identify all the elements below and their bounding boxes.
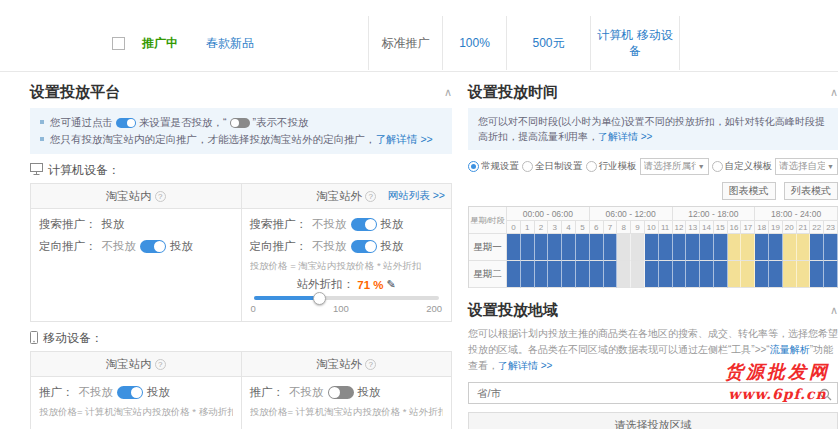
option-industry-template[interactable]: 行业模板 (586, 160, 637, 173)
radio-icon[interactable] (468, 161, 479, 172)
traffic-analysis-link[interactable]: 流量解析 (770, 344, 810, 355)
search-outside-toggle[interactable] (351, 218, 377, 231)
learn-more-link[interactable]: 了解详情 >> (598, 131, 652, 142)
time-cell[interactable] (548, 234, 562, 261)
time-cell[interactable] (769, 261, 783, 288)
time-cell[interactable] (507, 261, 521, 288)
outside-discount-value: 71 % (357, 279, 383, 291)
time-cell[interactable] (783, 261, 797, 288)
time-cell[interactable] (576, 261, 590, 288)
time-tip: 您可以对不同时段(以小时为单位)设置不同的投放折扣，如针对转化高峰时段提高折扣，… (468, 108, 838, 150)
collapse-icon[interactable]: ∧ (444, 87, 452, 98)
time-cell[interactable] (576, 234, 590, 261)
time-cell[interactable] (659, 234, 673, 261)
time-cell[interactable] (521, 261, 535, 288)
time-cell[interactable] (535, 234, 549, 261)
time-discount-link[interactable]: 100% (442, 16, 506, 70)
time-cell[interactable] (617, 261, 631, 288)
mobile-outside-toggle[interactable] (328, 386, 354, 399)
campaign-name-link[interactable]: 春款新品 (200, 16, 368, 70)
time-cell[interactable] (755, 261, 769, 288)
row-checkbox[interactable] (112, 37, 125, 50)
list-mode-button[interactable]: 列表模式 (784, 182, 838, 200)
collapse-icon[interactable]: ∧ (830, 305, 838, 316)
view-mode-buttons: 图表模式 列表模式 (468, 180, 838, 200)
time-hour-header: 11 (659, 221, 673, 234)
time-cell[interactable] (783, 234, 797, 261)
time-cell[interactable] (645, 234, 659, 261)
time-grid-corner: 星期/时段 (469, 207, 507, 234)
radio-icon[interactable] (522, 161, 533, 172)
daily-budget-link[interactable]: 500元 (506, 16, 590, 70)
time-cell[interactable] (728, 261, 742, 288)
header-taobao-inside: 淘宝站内? (31, 352, 241, 376)
promo-label: 推广： (39, 385, 74, 400)
section-title-region: 设置投放地域 (468, 301, 558, 320)
time-cell[interactable] (659, 261, 673, 288)
collapse-icon[interactable]: ∧ (830, 87, 838, 98)
time-cell[interactable] (507, 234, 521, 261)
header-taobao-outside: 淘宝站外? (241, 352, 452, 376)
time-cell[interactable] (797, 234, 811, 261)
learn-more-link[interactable]: 了解详情 >> (498, 360, 552, 371)
time-cell[interactable] (741, 234, 755, 261)
time-cell[interactable] (714, 234, 728, 261)
outside-discount-slider[interactable]: 0 100 200 (250, 296, 444, 314)
platforms-link[interactable]: 计算机 移动设备 (590, 16, 680, 70)
direct-outside-toggle[interactable] (351, 240, 377, 253)
radio-icon[interactable] (586, 161, 597, 172)
time-cell[interactable] (631, 261, 645, 288)
help-icon[interactable]: ? (155, 359, 166, 370)
section-title-platform: 设置投放平台 (30, 83, 120, 102)
help-icon[interactable]: ? (365, 359, 376, 370)
time-cell[interactable] (686, 261, 700, 288)
time-cell[interactable] (521, 234, 535, 261)
time-cell[interactable] (797, 261, 811, 288)
chart-mode-button[interactable]: 图表模式 (722, 182, 776, 200)
time-cell[interactable] (590, 261, 604, 288)
help-icon[interactable]: ? (365, 191, 376, 202)
time-cell[interactable] (755, 234, 769, 261)
time-cell[interactable] (700, 234, 714, 261)
time-cell[interactable] (824, 261, 838, 288)
time-hour-header: 13 (686, 221, 700, 234)
time-cell[interactable] (631, 234, 645, 261)
mobile-inside-toggle[interactable] (117, 386, 143, 399)
time-cell[interactable] (548, 261, 562, 288)
time-cell[interactable] (673, 261, 687, 288)
time-cell[interactable] (645, 261, 659, 288)
time-hour-header: 0 (507, 221, 521, 234)
edit-icon[interactable]: ✎ (387, 278, 396, 291)
time-cell[interactable] (673, 234, 687, 261)
time-cell[interactable] (714, 261, 728, 288)
time-cell[interactable] (535, 261, 549, 288)
time-cell[interactable] (769, 234, 783, 261)
time-cell[interactable] (700, 261, 714, 288)
time-cell[interactable] (604, 261, 618, 288)
time-hour-header: 18 (755, 221, 769, 234)
time-cell[interactable] (604, 234, 618, 261)
time-cell[interactable] (741, 261, 755, 288)
custom-template-select[interactable]: 请选择自定义模板▼ (775, 158, 838, 175)
time-cell[interactable] (562, 234, 576, 261)
time-cell[interactable] (810, 261, 824, 288)
learn-more-link[interactable]: 了解详情 >> (376, 133, 433, 145)
tip-text: 您只有投放淘宝站内的定向推广，才能选择投放淘宝站外的定向推广， (50, 133, 376, 145)
time-cell[interactable] (590, 234, 604, 261)
industry-template-select[interactable]: 请选择所属行业模板▼ (640, 158, 709, 175)
time-cell[interactable] (617, 234, 631, 261)
time-cell[interactable] (686, 234, 700, 261)
time-cell[interactable] (562, 261, 576, 288)
header-taobao-inside: 淘宝站内? (31, 184, 241, 208)
radio-icon[interactable] (712, 161, 723, 172)
time-cell[interactable] (810, 234, 824, 261)
time-cell[interactable] (824, 234, 838, 261)
time-hour-header: 2 (535, 221, 549, 234)
direct-inside-toggle[interactable] (140, 240, 166, 253)
option-fullday[interactable]: 全日制设置 (522, 160, 583, 173)
time-cell[interactable] (728, 234, 742, 261)
option-normal[interactable]: 常规设置 (468, 160, 519, 173)
help-icon[interactable]: ? (155, 191, 166, 202)
site-list-link[interactable]: 网站列表 >> (388, 189, 445, 203)
option-custom-template[interactable]: 自定义模板 (712, 160, 773, 173)
